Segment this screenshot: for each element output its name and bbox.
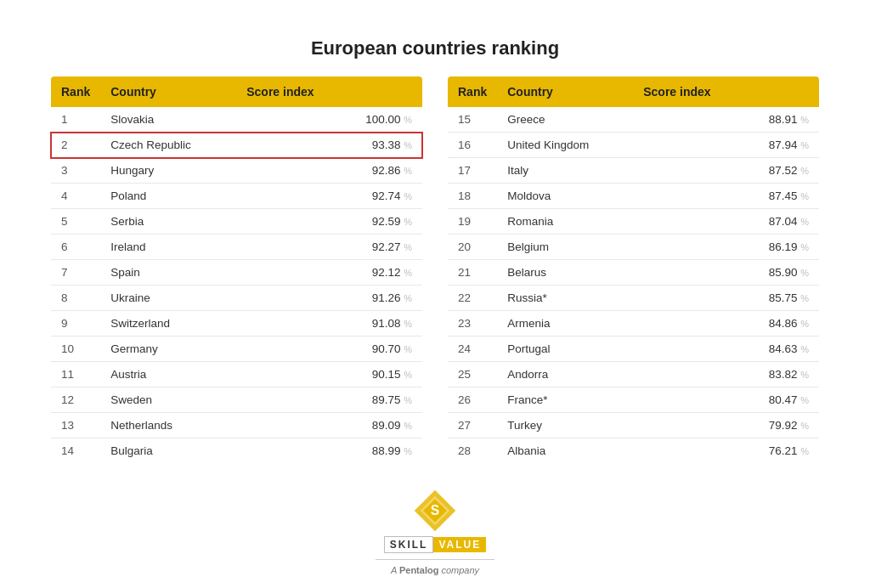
rank-cell: 4 bbox=[51, 184, 100, 209]
country-cell: Germany bbox=[100, 336, 236, 362]
table-row: 20 Belgium 86.19 % bbox=[448, 235, 819, 260]
country-cell: Romania bbox=[497, 209, 633, 235]
left-header-score: Score index bbox=[236, 76, 422, 107]
rank-cell: 26 bbox=[448, 387, 497, 413]
right-header-country: Country bbox=[497, 76, 633, 107]
table-row: 12 Sweden 89.75 % bbox=[51, 387, 422, 413]
right-header-score: Score index bbox=[633, 76, 819, 107]
score-cell: 88.99 % bbox=[236, 438, 422, 464]
country-cell: Slovakia bbox=[100, 107, 236, 133]
rank-cell: 8 bbox=[51, 286, 100, 311]
rank-cell: 11 bbox=[51, 362, 100, 387]
score-cell: 92.74 % bbox=[236, 184, 422, 209]
table-row: 16 United Kingdom 87.94 % bbox=[448, 133, 819, 158]
rank-cell: 12 bbox=[51, 387, 100, 413]
country-cell: Hungary bbox=[100, 158, 236, 184]
country-cell: Spain bbox=[100, 260, 236, 286]
score-cell: 87.45 % bbox=[633, 184, 819, 209]
left-table-header-row: Rank Country Score index bbox=[51, 76, 422, 107]
rank-cell: 3 bbox=[51, 158, 100, 184]
score-cell: 92.27 % bbox=[236, 235, 422, 260]
score-cell: 90.15 % bbox=[236, 362, 422, 387]
table-row: 4 Poland 92.74 % bbox=[51, 184, 422, 209]
score-cell: 92.12 % bbox=[236, 260, 422, 286]
rank-cell: 21 bbox=[448, 260, 497, 286]
country-cell: Serbia bbox=[100, 209, 236, 235]
table-row: 17 Italy 87.52 % bbox=[448, 158, 819, 184]
table-row: 23 Armenia 84.86 % bbox=[448, 311, 819, 336]
table-row: 25 Andorra 83.82 % bbox=[448, 362, 819, 387]
rank-cell: 25 bbox=[448, 362, 497, 387]
rank-cell: 1 bbox=[51, 107, 100, 133]
country-cell: Ukraine bbox=[100, 286, 236, 311]
country-cell: Greece bbox=[497, 107, 633, 133]
rank-cell: 15 bbox=[448, 107, 497, 133]
score-cell: 84.63 % bbox=[633, 336, 819, 362]
score-cell: 86.19 % bbox=[633, 235, 819, 260]
score-cell: 89.09 % bbox=[236, 413, 422, 438]
score-cell: 88.91 % bbox=[633, 107, 819, 133]
score-cell: 91.08 % bbox=[236, 311, 422, 336]
rank-cell: 18 bbox=[448, 184, 497, 209]
country-cell: Austria bbox=[100, 362, 236, 387]
rank-cell: 9 bbox=[51, 311, 100, 336]
score-cell: 93.38 % bbox=[236, 133, 422, 158]
table-row: 21 Belarus 85.90 % bbox=[448, 260, 819, 286]
country-cell: Sweden bbox=[100, 387, 236, 413]
country-cell: Italy bbox=[497, 158, 633, 184]
svg-text:S: S bbox=[431, 503, 439, 517]
table-row: 24 Portugal 84.63 % bbox=[448, 336, 819, 362]
score-cell: 84.86 % bbox=[633, 311, 819, 336]
rank-cell: 28 bbox=[448, 438, 497, 464]
right-table-header-row: Rank Country Score index bbox=[448, 76, 819, 107]
table-row: 27 Turkey 79.92 % bbox=[448, 413, 819, 438]
rank-cell: 10 bbox=[51, 336, 100, 362]
score-cell: 76.21 % bbox=[633, 438, 819, 464]
score-cell: 100.00 % bbox=[236, 107, 422, 133]
country-cell: France* bbox=[497, 387, 633, 413]
country-cell: United Kingdom bbox=[497, 133, 633, 158]
score-cell: 90.70 % bbox=[236, 336, 422, 362]
table-row: 19 Romania 87.04 % bbox=[448, 209, 819, 235]
skill-label: SKILL bbox=[384, 536, 434, 553]
table-row: 5 Serbia 92.59 % bbox=[51, 209, 422, 235]
rank-cell: 24 bbox=[448, 336, 497, 362]
rank-cell: 2 bbox=[51, 133, 100, 158]
score-cell: 87.52 % bbox=[633, 158, 819, 184]
country-cell: Belarus bbox=[497, 260, 633, 286]
country-cell: Russia* bbox=[497, 286, 633, 311]
country-cell: Bulgaria bbox=[100, 438, 236, 464]
score-cell: 92.59 % bbox=[236, 209, 422, 235]
value-label: VALUE bbox=[433, 537, 486, 552]
rank-cell: 5 bbox=[51, 209, 100, 235]
rank-cell: 20 bbox=[448, 235, 497, 260]
country-cell: Portugal bbox=[497, 336, 633, 362]
rank-cell: 6 bbox=[51, 235, 100, 260]
pentalog-tagline: A Pentalog company bbox=[391, 565, 479, 575]
logo-divider bbox=[376, 559, 494, 560]
country-cell: Ireland bbox=[100, 235, 236, 260]
page-title: European countries ranking bbox=[51, 37, 819, 59]
country-cell: Armenia bbox=[497, 311, 633, 336]
table-row: 14 Bulgaria 88.99 % bbox=[51, 438, 422, 464]
country-cell: Netherlands bbox=[100, 413, 236, 438]
score-cell: 87.04 % bbox=[633, 209, 819, 235]
table-row: 6 Ireland 92.27 % bbox=[51, 235, 422, 260]
table-row: 26 France* 80.47 % bbox=[448, 387, 819, 413]
rank-cell: 27 bbox=[448, 413, 497, 438]
table-row: 15 Greece 88.91 % bbox=[448, 107, 819, 133]
score-cell: 91.26 % bbox=[236, 286, 422, 311]
table-row: 28 Albania 76.21 % bbox=[448, 438, 819, 464]
rank-cell: 19 bbox=[448, 209, 497, 235]
country-cell: Andorra bbox=[497, 362, 633, 387]
rank-cell: 22 bbox=[448, 286, 497, 311]
country-cell: Belgium bbox=[497, 235, 633, 260]
score-cell: 89.75 % bbox=[236, 387, 422, 413]
country-cell: Albania bbox=[497, 438, 633, 464]
right-header-rank: Rank bbox=[448, 76, 497, 107]
right-table: Rank Country Score index 15 Greece 88.91… bbox=[448, 76, 819, 463]
rank-cell: 17 bbox=[448, 158, 497, 184]
rank-cell: 13 bbox=[51, 413, 100, 438]
table-row: 10 Germany 90.70 % bbox=[51, 336, 422, 362]
country-cell: Czech Republic bbox=[100, 133, 236, 158]
